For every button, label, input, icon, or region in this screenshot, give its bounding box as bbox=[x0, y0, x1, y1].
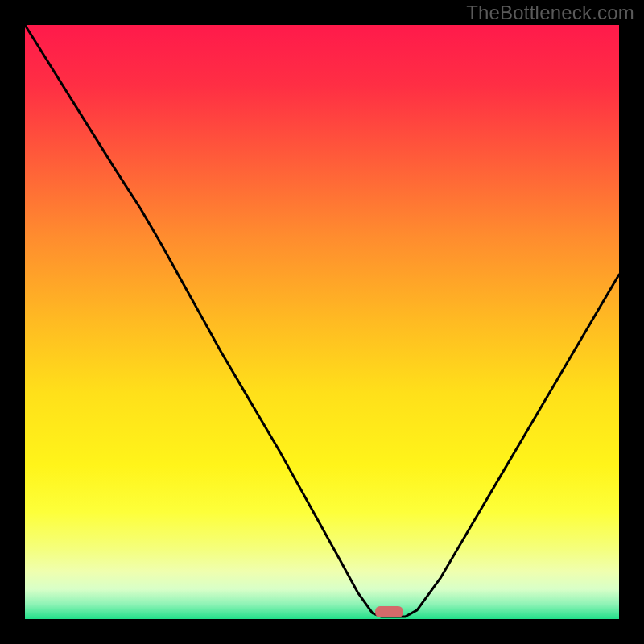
chart-svg bbox=[0, 0, 644, 644]
optimum-marker bbox=[375, 606, 403, 617]
chart-container: TheBottleneck.com bbox=[0, 0, 644, 644]
watermark-text: TheBottleneck.com bbox=[466, 2, 634, 24]
